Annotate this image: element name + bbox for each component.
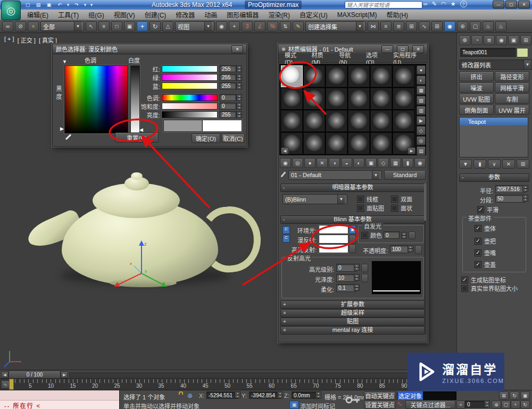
cancel-button[interactable]: 取消(C) [221,133,245,143]
sample-tool-icon[interactable]: ▦ [417,86,426,95]
me-menu-item[interactable]: 材质(M) [309,51,335,65]
material-sample-slot[interactable] [393,88,414,110]
green-value[interactable]: 255 [220,74,236,81]
material-sample-slot[interactable] [281,88,303,110]
select-and-link-icon[interactable]: ∞ [2,21,13,31]
new-key-filter-icon[interactable]: ∿ [397,400,402,407]
material-tool-icon[interactable]: ◒ [341,158,352,168]
pick-material-eyedropper-icon[interactable] [280,171,286,179]
curve-editor-icon[interactable]: ∿ [419,21,430,31]
search-input[interactable] [345,1,422,9]
snap-toggle-3d-icon[interactable]: 3 [242,21,253,31]
command-panel-tab-icon[interactable]: ◔ [471,35,483,45]
material-sample-slot[interactable] [281,65,303,87]
frame-forward-icon[interactable]: ▶ [61,371,68,378]
specular-color-swatch[interactable] [319,244,348,253]
select-by-name-icon[interactable]: ≡ [98,21,110,31]
faceted-checkbox[interactable] [391,205,398,212]
self-illum-map-button[interactable] [409,231,415,239]
select-and-move-icon[interactable]: + [137,21,148,31]
radius-value[interactable]: 2087.516 [495,185,525,193]
diffuse-map-button[interactable] [349,235,356,244]
edit-named-selection-sets-icon[interactable]: ✎ [293,21,304,31]
pan-view-icon[interactable]: + [511,400,520,409]
render-iterative-icon[interactable]: ♨ [495,21,506,31]
menu-item[interactable]: MAXScript(M) [332,11,382,19]
menu-item[interactable]: 帮助(H) [381,10,413,19]
open-file-icon[interactable]: ▤ [34,1,43,9]
material-sample-slot[interactable] [393,110,414,132]
red-slider[interactable] [162,65,218,72]
diffuse-color-swatch[interactable] [319,235,348,244]
y-coordinate-field[interactable]: -3942.854 [249,391,281,399]
select-object-icon[interactable]: ↖ [86,21,97,31]
material-tool-icon[interactable]: ▦ [390,158,401,168]
redo-caret-icon[interactable]: ▾ [83,1,87,9]
close-button[interactable]: ✕ [518,1,530,9]
menu-item[interactable]: 组(G) [84,10,109,19]
material-sample-slot[interactable] [370,110,392,132]
reset-button[interactable]: 重置(R) [115,132,159,143]
command-panel-tab-icon[interactable]: ◉ [496,35,507,45]
x-spinner[interactable] [235,391,240,398]
menu-item[interactable]: 动画 [200,10,222,19]
color-selector-close-icon[interactable]: ✕ [231,45,243,53]
material-sample-slot[interactable] [326,132,347,154]
red-spinner[interactable] [236,65,242,72]
specular-level-spinner[interactable] [354,264,360,271]
stack-tool-icon[interactable]: ▼ [459,160,472,169]
modifier-button[interactable]: 倒角剖面 [459,105,494,115]
modifier-button[interactable]: UVW 展开 [495,105,529,115]
sample-tool-icon[interactable]: ◎ [417,136,426,145]
align-icon[interactable]: ≡ [380,21,392,31]
menu-item[interactable]: 图形编辑器 [222,10,263,19]
scroll-right-icon[interactable]: ▶ [408,147,415,154]
hue-slider[interactable] [162,94,218,101]
part-body-checkbox[interactable] [475,225,481,232]
blue-slider[interactable] [162,82,218,89]
diffuse-specular-lock-icon[interactable]: C [282,235,290,243]
viewport-menu-plus[interactable]: [ + ] [4,36,14,44]
select-and-manipulate-icon[interactable]: + [229,21,240,31]
value-spinner[interactable] [236,111,242,118]
zoom-region-icon[interactable]: ▢ [501,400,511,409]
saturation-spinner[interactable] [236,103,242,110]
viewport-label[interactable]: [ + ] [ 正交 ] [ 真实 ] [4,36,57,44]
viewport-menu-shading[interactable]: [ 真实 ] [39,36,57,44]
eyedropper-icon[interactable] [64,133,72,141]
stack-tool-icon[interactable]: ✕ [502,160,515,169]
opacity-map-button[interactable] [415,245,422,254]
stack-tool-icon[interactable]: ∨ [488,160,501,169]
shader-basic-rollout-header[interactable]: - 明暗器基本参数 [280,183,425,192]
viewport-menu-view[interactable]: [ 正交 ] [18,36,36,44]
stack-tool-icon[interactable]: ⊞ [517,160,529,169]
material-sample-slot[interactable] [348,110,370,132]
material-name-dropdown[interactable]: 01 - Default▼ [288,170,382,180]
shader-type-dropdown[interactable]: (B)Blinn▼ [282,194,347,204]
radius-spinner[interactable] [522,185,528,192]
color-selector-titlebar[interactable]: 颜色选择器: 漫反射颜色 ✕ [53,44,246,54]
me-menu-item[interactable]: 导航(N) [336,51,362,65]
y-spinner[interactable] [277,391,283,398]
material-tool-icon[interactable]: ✕ [317,158,328,168]
sample-tool-icon[interactable]: ▥ [417,106,426,115]
track-bar[interactable]: ∿ 05101520253035404550556065707580859095… [0,378,456,390]
command-panel-tab-icon[interactable]: ⊕ [459,35,470,45]
sample-tool-icon[interactable]: ▶ [417,116,426,125]
material-tool-icon[interactable]: ▣ [365,158,377,168]
sample-tool-icon[interactable]: ▨ [417,96,426,105]
subscription-center-icon[interactable]: ✎ [432,1,437,7]
menu-item[interactable]: 工具(T) [53,10,84,19]
current-frame-spinner[interactable] [484,400,490,407]
material-sample-slot[interactable] [303,110,325,132]
material-tool-icon[interactable]: ◉ [280,158,291,168]
material-sample-slot[interactable] [303,88,325,110]
specular-level-map-button[interactable] [361,264,368,272]
named-selection-sets-dropdown[interactable]: 创建选择集▼ [305,21,366,31]
redo-icon[interactable]: ↷ [72,1,81,9]
saturation-value[interactable]: 0 [220,103,236,110]
opacity-spinner[interactable] [408,245,413,252]
two-sided-checkbox[interactable] [391,196,398,203]
saturation-slider[interactable] [162,103,218,110]
add-time-tag-label[interactable]: 添加时间标记 [300,402,335,409]
